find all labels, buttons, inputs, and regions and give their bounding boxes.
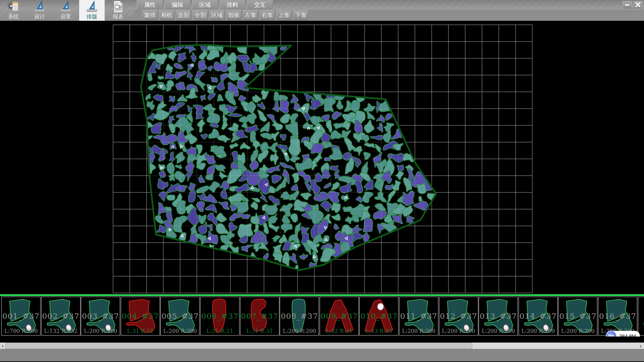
part-count-label: L:700 R:700 bbox=[2, 328, 40, 334]
close-icon bbox=[635, 2, 641, 7]
part-count-label: L:200 R:200 bbox=[479, 328, 518, 334]
horizontal-scrollbar[interactable]: ‹ › bbox=[0, 343, 644, 349]
part-thumbnail-4[interactable]: 004_#37L:31 R:31 bbox=[121, 297, 160, 336]
part-id-label: 016_#37 bbox=[598, 312, 637, 320]
part-count-label: L:32 R:31 bbox=[320, 328, 359, 334]
part-thumbnail-11[interactable]: 011_#37L:200 R:200 bbox=[399, 297, 438, 336]
part-count-label: L:33 R:33 bbox=[360, 328, 398, 334]
menu-tab-row: 属性编辑区域排料交互 bbox=[137, 0, 274, 9]
part-count-label: L:200 R:200 bbox=[558, 328, 597, 334]
part-id-label: 012_#37 bbox=[439, 312, 478, 320]
menu-tab-5[interactable]: 交互 bbox=[247, 0, 273, 9]
menu-tab-3[interactable]: 区域 bbox=[192, 0, 218, 9]
scrollbar-thumb[interactable] bbox=[5, 343, 472, 349]
part-thumbnail-2[interactable]: 002_#37L:132 R:132 bbox=[41, 297, 80, 336]
part-id-label: 011_#37 bbox=[399, 312, 438, 320]
tool-button-8[interactable]: 右靠 bbox=[260, 10, 275, 20]
part-id-label: 001_#37 bbox=[2, 312, 40, 320]
app-button-4[interactable]: 排版 bbox=[79, 0, 105, 21]
part-thumbnail-13[interactable]: 013_#37L:200 R:200 bbox=[479, 297, 518, 336]
part-shape-teal bbox=[638, 297, 644, 336]
app-button-2[interactable]: 设计 bbox=[27, 0, 52, 21]
part-id-label: 005_#37 bbox=[161, 312, 199, 320]
nesting-drawing bbox=[0, 21, 644, 294]
part-id-label: 015_#37 bbox=[558, 312, 597, 320]
close-button[interactable] bbox=[633, 1, 643, 8]
tool-button-6[interactable]: 瑕疵 bbox=[226, 10, 241, 20]
part-count-label: L:200 R:200 bbox=[519, 328, 557, 334]
part-id-label: 014_#37 bbox=[519, 312, 557, 320]
part-thumbnail-3[interactable]: 003_#37L:200 R:200 bbox=[81, 297, 120, 336]
tool-button-row: 聚排相机选割全割区域瑕疵左靠右靠上靠下靠 bbox=[142, 10, 310, 20]
part-count-label: L:200 R:200 bbox=[439, 328, 478, 334]
part-count-label: L:200 R:200 bbox=[161, 328, 199, 334]
settings-icon bbox=[59, 0, 72, 13]
part-thumbnail-partial[interactable] bbox=[638, 297, 644, 336]
app-button-label: 设计 bbox=[34, 13, 45, 20]
part-id-label: 009_#37 bbox=[320, 312, 359, 320]
tool-button-7[interactable]: 左靠 bbox=[243, 10, 258, 20]
part-id-label: 010_#37 bbox=[360, 312, 398, 320]
part-id-label: 008_#37 bbox=[280, 312, 319, 320]
part-thumbnail-6[interactable]: 006_#37L:21 R:21 bbox=[200, 297, 239, 336]
app-button-3[interactable]: 设置 bbox=[53, 0, 78, 21]
scroll-right-arrow-icon[interactable]: › bbox=[638, 343, 643, 349]
tool-button-9[interactable]: 上靠 bbox=[276, 10, 292, 20]
minimize-button[interactable] bbox=[623, 1, 632, 8]
part-thumbnail-1[interactable]: 001_#37L:700 R:700 bbox=[1, 297, 41, 336]
part-id-label: 007_#37 bbox=[240, 312, 279, 320]
part-thumbnail-16[interactable]: 016_#37L:200 R:200 bbox=[598, 297, 637, 336]
design-icon bbox=[33, 0, 46, 13]
app-button-label: 系统 bbox=[8, 13, 19, 20]
menu-tab-2[interactable]: 编辑 bbox=[164, 0, 191, 9]
part-id-label: 006_#37 bbox=[201, 312, 239, 320]
tool-button-10[interactable]: 下靠 bbox=[293, 10, 309, 20]
part-thumbnail-14[interactable]: 014_#37L:200 R:200 bbox=[519, 297, 558, 336]
app-button-5[interactable]: 报表 bbox=[105, 0, 131, 21]
app-button-label: 排版 bbox=[87, 13, 97, 20]
part-thumbnail-8[interactable]: 008_#37L:200 R:200 bbox=[280, 297, 319, 336]
part-count-label: L:31 R:31 bbox=[121, 328, 160, 334]
parts-strip: 001_#37L:700 R:700002_#37L:132 R:132003_… bbox=[0, 296, 644, 337]
minimize-icon bbox=[625, 2, 630, 7]
part-thumbnail-7[interactable]: 007_#37L:31 R:31 bbox=[240, 297, 279, 336]
part-count-label: L:200 R:200 bbox=[399, 328, 438, 334]
app-launcher: 系统设计设置排版报表 bbox=[1, 0, 131, 21]
ribbon-bar: 系统设计设置排版报表 属性编辑区域排料交互 聚排相机选割全割区域瑕疵左靠右靠上靠… bbox=[0, 0, 644, 21]
tool-button-5[interactable]: 区域 bbox=[209, 10, 225, 20]
part-count-label: L:200 R:200 bbox=[280, 328, 319, 334]
status-bar bbox=[0, 349, 644, 361]
part-count-label: L:200 R:200 bbox=[81, 328, 120, 334]
part-count-label: L:21 R:21 bbox=[201, 328, 239, 334]
tool-button-3[interactable]: 选割 bbox=[176, 10, 191, 20]
app-window: 系统设计设置排版报表 属性编辑区域排料交互 聚排相机选割全割区域瑕疵左靠右靠上靠… bbox=[0, 0, 644, 362]
part-id-label: 013_#37 bbox=[479, 312, 518, 320]
app-button-label: 设置 bbox=[60, 13, 71, 20]
app-button-1[interactable]: 系统 bbox=[1, 0, 26, 21]
part-thumbnail-15[interactable]: 015_#37L:200 R:200 bbox=[558, 297, 597, 336]
part-count-label: L:31 R:31 bbox=[240, 328, 279, 334]
part-thumbnail-10[interactable]: 010_#37L:33 R:33 bbox=[359, 297, 398, 336]
nesting-icon bbox=[85, 0, 99, 13]
tool-button-4[interactable]: 全割 bbox=[193, 10, 208, 20]
tool-button-1[interactable]: 聚排 bbox=[142, 10, 158, 20]
menu-tab-1[interactable]: 属性 bbox=[137, 0, 163, 9]
part-id-label: 003_#37 bbox=[81, 312, 120, 320]
report-icon bbox=[111, 0, 125, 13]
part-id-label: 002_#37 bbox=[42, 312, 80, 320]
part-id-label: 004_#37 bbox=[121, 312, 160, 320]
part-count-label: L:132 R:132 bbox=[42, 328, 80, 334]
system-icon bbox=[7, 0, 20, 13]
menu-tab-4[interactable]: 排料 bbox=[219, 0, 246, 9]
strip-bottom-gap bbox=[0, 337, 644, 343]
part-thumbnail-12[interactable]: 012_#37L:200 R:200 bbox=[439, 297, 478, 336]
part-thumbnail-5[interactable]: 005_#37L:200 R:200 bbox=[160, 297, 200, 336]
nesting-canvas[interactable] bbox=[0, 21, 644, 294]
app-button-label: 报表 bbox=[113, 13, 123, 20]
tool-button-2[interactable]: 相机 bbox=[159, 10, 174, 20]
part-thumbnail-9[interactable]: 009_#37L:32 R:31 bbox=[320, 297, 359, 336]
scroll-left-arrow-icon[interactable]: ‹ bbox=[0, 343, 5, 349]
